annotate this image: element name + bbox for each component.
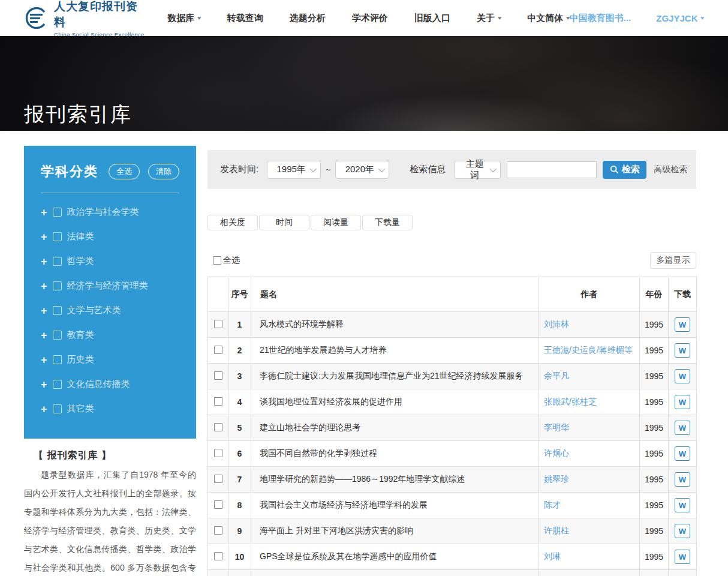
article-title[interactable]: GPS全球是位系统及其在地学遥感中的应用价值 (251, 544, 539, 570)
row-checkbox[interactable] (214, 397, 222, 406)
category-checkbox[interactable] (53, 257, 62, 266)
category-label: 教育类 (67, 329, 94, 341)
category-item[interactable]: +哲学类 (41, 256, 179, 267)
search-input[interactable] (507, 161, 597, 178)
publish-time-label: 发表时间: (220, 164, 258, 175)
category-item[interactable]: +经济学与经济管理类 (41, 280, 179, 292)
search-field-select[interactable]: 主题词 (454, 161, 501, 179)
select-all-results[interactable]: 全选 (213, 255, 240, 266)
download-w-button[interactable]: W (675, 498, 690, 512)
author-link[interactable]: 刘琳 (544, 551, 561, 561)
sort-button-下载量[interactable]: 下载量 (362, 215, 413, 230)
author-link[interactable]: 刘沛林 (544, 319, 569, 329)
nav-item-学术评价[interactable]: 学术评价 (352, 13, 388, 24)
row-checkbox[interactable] (214, 475, 222, 483)
category-item[interactable]: +文化信息传播类 (41, 379, 179, 390)
category-item[interactable]: +教育类 (41, 329, 179, 341)
category-item[interactable]: +历史类 (41, 354, 179, 365)
author-link[interactable]: 张殿武/张桂芝 (544, 397, 597, 406)
nav-item-选题分析[interactable]: 选题分析 (290, 13, 326, 24)
account-link-ZGJYJCK[interactable]: ZGJYJCK▾ (656, 13, 704, 24)
article-title[interactable]: 中国东北高纬区综合自然区划界限探讨——兼议综合自然区划的原则和方法 (251, 570, 539, 576)
category-item[interactable]: +法律类 (41, 231, 179, 242)
author-link[interactable]: 余平凡 (544, 371, 569, 380)
nav-label: 学术评价 (352, 13, 388, 24)
download-w-button[interactable]: W (675, 343, 690, 358)
left-column: 学科分类 全选 清除 +政治学与社会学类+法律类+哲学类+经济学与经济管理类+文… (24, 146, 196, 576)
row-checkbox[interactable] (214, 346, 222, 354)
category-checkbox[interactable] (53, 281, 62, 290)
article-title[interactable]: 李德仁院士建议:大力发展我国地理信息产业为21世纪经济持续发展服务 (251, 364, 539, 389)
expand-plus-icon[interactable]: + (41, 208, 47, 217)
row-checkbox[interactable] (214, 371, 222, 380)
category-item[interactable]: +其它类 (41, 403, 179, 415)
row-checkbox[interactable] (214, 526, 222, 535)
search-button[interactable]: 检索 (603, 161, 646, 179)
expand-plus-icon[interactable]: + (41, 380, 47, 389)
author-link[interactable]: 王德滋/史运良/蒋维楣等 (544, 345, 633, 355)
nav-item-中文简体[interactable]: 中文简体▾ (527, 13, 570, 24)
expand-plus-icon[interactable]: + (41, 331, 47, 340)
download-w-button[interactable]: W (675, 472, 690, 487)
article-title[interactable]: 建立山地社会学的理论思考 (251, 415, 539, 441)
article-title[interactable]: 风水模式的环境学解释 (251, 312, 539, 338)
nav-item-转载查询[interactable]: 转载查询 (227, 13, 263, 24)
nav-item-数据库[interactable]: 数据库▾ (167, 13, 201, 24)
row-checkbox-cell (208, 364, 228, 389)
category-item[interactable]: +文学与艺术类 (41, 305, 179, 316)
download-w-button[interactable]: W (675, 550, 690, 564)
row-checkbox[interactable] (214, 320, 222, 328)
advanced-search-link[interactable]: 高级检索 (654, 164, 687, 175)
download-w-button[interactable]: W (675, 446, 690, 461)
nav-item-旧版入口[interactable]: 旧版入口 (414, 13, 450, 24)
expand-plus-icon[interactable]: + (41, 405, 47, 413)
download-w-button[interactable]: W (675, 395, 690, 409)
author-link[interactable]: 李明华 (544, 422, 569, 432)
article-title[interactable]: 21世纪的地学发展趋势与人才培养 (251, 338, 539, 364)
category-checkbox[interactable] (53, 331, 62, 340)
account-link-中国教育图书...[interactable]: 中国教育图书... (570, 13, 631, 24)
category-checkbox[interactable] (53, 355, 62, 364)
article-title[interactable]: 我国社会主义市场经济与经济地理学科的发展 (251, 493, 539, 518)
category-checkbox[interactable] (53, 380, 62, 389)
select-all-categories-button[interactable]: 全选 (109, 164, 140, 179)
article-title[interactable]: 海平面上 升对里下河地区洪涝灾害的影响 (251, 518, 539, 544)
site-logo[interactable]: 人大复印报刊资料 China Social Science Excellence (23, 0, 147, 38)
author-link[interactable]: 许炯心 (544, 448, 569, 458)
category-checkbox[interactable] (53, 208, 62, 217)
row-checkbox[interactable] (214, 423, 222, 431)
article-title[interactable]: 我国不同自然带的化学剥独过程 (251, 441, 539, 467)
download-w-button[interactable]: W (675, 317, 690, 332)
expand-plus-icon[interactable]: + (41, 257, 47, 266)
article-title[interactable]: 谈我国地理位置对经济发展的促进作用 (251, 389, 539, 415)
nav-item-关于[interactable]: 关于▾ (477, 13, 501, 24)
row-author-cell: 王德滋/史运良/蒋维楣等 (539, 338, 640, 364)
year-from-select[interactable]: 1995年 (267, 161, 321, 179)
multi-display-button[interactable]: 多篇显示 (650, 252, 696, 269)
download-w-button[interactable]: W (675, 524, 690, 538)
category-checkbox[interactable] (53, 306, 62, 315)
author-link[interactable]: 陈才 (544, 500, 561, 509)
author-link[interactable]: 许朋柱 (544, 526, 569, 535)
row-checkbox[interactable] (214, 500, 222, 509)
year-to-select[interactable]: 2020年 (335, 161, 389, 179)
sort-button-阅读量[interactable]: 阅读量 (311, 215, 361, 230)
download-w-button[interactable]: W (675, 369, 690, 383)
sort-button-相关度[interactable]: 相关度 (207, 215, 258, 230)
expand-plus-icon[interactable]: + (41, 233, 47, 241)
category-item[interactable]: +政治学与社会学类 (41, 206, 179, 218)
author-link[interactable]: 姚翠珍 (544, 474, 569, 484)
download-w-button[interactable]: W (675, 421, 690, 435)
select-all-checkbox[interactable] (213, 256, 221, 265)
expand-plus-icon[interactable]: + (41, 307, 47, 315)
row-checkbox[interactable] (214, 449, 222, 457)
row-checkbox[interactable] (214, 552, 222, 560)
expand-plus-icon[interactable]: + (41, 356, 47, 364)
expand-plus-icon[interactable]: + (41, 282, 47, 290)
article-title[interactable]: 地理学研究的新趋势——1986～1992年地理学文献综述 (251, 467, 539, 493)
row-author-cell: 刘沛林 (539, 312, 640, 338)
sort-button-时间[interactable]: 时间 (259, 215, 309, 230)
clear-categories-button[interactable]: 清除 (148, 164, 179, 179)
category-checkbox[interactable] (53, 404, 62, 413)
category-checkbox[interactable] (53, 232, 62, 241)
